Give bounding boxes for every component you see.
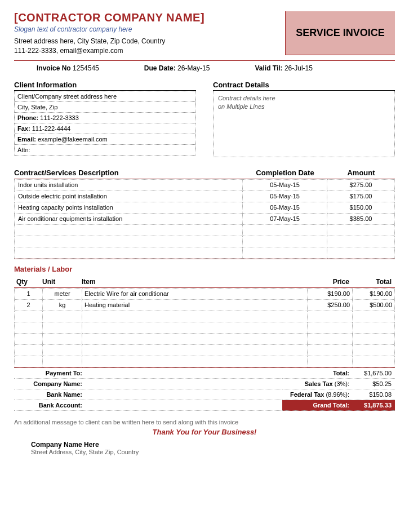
total-label: Total: — [282, 370, 353, 376]
contract-line: on Multiple Lines — [218, 103, 390, 111]
footer-address: Street Address, City, State Zip, Country — [14, 449, 395, 455]
federal-tax-value: $150.08 — [353, 391, 395, 398]
header: [CONTRACTOR COMPANY NAME] Slogan text of… — [14, 11, 395, 56]
contract-details-title: Contract Details — [213, 81, 395, 91]
grand-total-label: Grand Total: — [282, 402, 353, 409]
table-row: Heating capacity points installation06-M… — [15, 202, 395, 213]
table-row — [15, 322, 395, 333]
total-value: $1,675.00 — [353, 370, 395, 376]
table-row: 2kgHeating material$250.00$500.00 — [15, 299, 395, 311]
client-row: Attn: — [15, 144, 196, 155]
due-date-label: Due Date: — [144, 64, 176, 72]
client-info-box: Client Information Client/Company street… — [14, 81, 196, 157]
contract-line: Contract details here — [218, 94, 390, 103]
payment-col: Payment To: Company Name: Bank Name: Ban… — [14, 368, 282, 411]
materials-table: 1meterElectric Wire for air conditionar$… — [14, 288, 395, 367]
mat-h-price: Price — [308, 278, 353, 286]
grand-total-value: $1,875.33 — [353, 402, 395, 409]
services-h-amount: Amount — [327, 169, 395, 177]
mat-h-unit: Unit — [42, 278, 82, 286]
table-row: Air conditionar equipments installation0… — [15, 213, 395, 224]
table-row: 1meterElectric Wire for air conditionar$… — [15, 288, 395, 299]
federal-tax-label: Federal Tax (8.96%): — [282, 391, 353, 398]
services-table: Indor units installation05-May-15$275.00… — [14, 179, 395, 259]
footer-row: Payment To: Company Name: Bank Name: Ban… — [14, 368, 395, 411]
mat-h-total: Total — [353, 278, 395, 286]
contract-body: Contract details here on Multiple Lines — [213, 91, 395, 157]
materials-header: Qty Unit Item Price Total — [14, 278, 395, 288]
mat-h-qty: Qty — [14, 278, 42, 286]
table-row — [15, 333, 395, 344]
client-info-title: Client Information — [14, 81, 196, 91]
invoice-no-label: Invoice No — [37, 64, 71, 72]
client-row: Fax: 111-222-4444 — [15, 123, 196, 134]
meta-row: Invoice No 1254545 Due Date: 26-May-15 V… — [14, 61, 395, 78]
due-date: 26-May-15 — [177, 64, 210, 72]
table-row — [15, 224, 395, 236]
client-row: Email: example@fakeemail.com — [15, 134, 196, 144]
footer-message: An additional message to client can be w… — [14, 419, 395, 425]
bank-name-label: Bank Name: — [14, 391, 85, 398]
totals-col: Total:$1,675.00 Sales Tax (3%):$50.25 Fe… — [282, 368, 395, 411]
footer-company: Company Name Here — [14, 441, 395, 449]
table-row: Indor units installation05-May-15$275.00 — [15, 179, 395, 190]
contract-details-box: Contract Details Contract details here o… — [213, 81, 395, 157]
company-name-label: Company Name: — [14, 380, 85, 387]
mat-h-item: Item — [82, 278, 308, 286]
payment-to-label: Payment To: — [14, 370, 85, 376]
services-h-desc: Contract/Services Description — [14, 169, 243, 177]
client-row: Client/Company street address here — [15, 91, 196, 101]
services-header: Contract/Services Description Completion… — [14, 169, 395, 179]
service-invoice-banner: SERVICE INVOICE — [285, 11, 395, 55]
client-row: Phone: Phone: 111-222-3333111-222-3333 — [15, 112, 196, 123]
services-h-date: Completion Date — [243, 169, 327, 177]
sales-tax-label: Sales Tax (3%): — [282, 380, 353, 387]
info-columns: Client Information Client/Company street… — [14, 81, 395, 157]
invoice-no: 1254545 — [73, 64, 99, 72]
table-row: Outside electric point installation05-Ma… — [15, 190, 395, 202]
table-row — [15, 311, 395, 322]
materials-title: Materials / Labor — [14, 265, 395, 273]
table-row — [15, 356, 395, 367]
table-row — [15, 247, 395, 258]
valid-til-label: Valid Til: — [255, 64, 282, 72]
bank-account-label: Bank Account: — [14, 402, 85, 409]
valid-til: 26-Jul-15 — [284, 64, 313, 72]
client-table: Client/Company street address here City,… — [14, 91, 196, 156]
client-row: City, State, Zip — [15, 101, 196, 112]
thank-you: Thank You for Your Business! — [14, 428, 395, 436]
table-row — [15, 236, 395, 247]
table-row — [15, 344, 395, 356]
sales-tax-value: $50.25 — [353, 380, 395, 387]
